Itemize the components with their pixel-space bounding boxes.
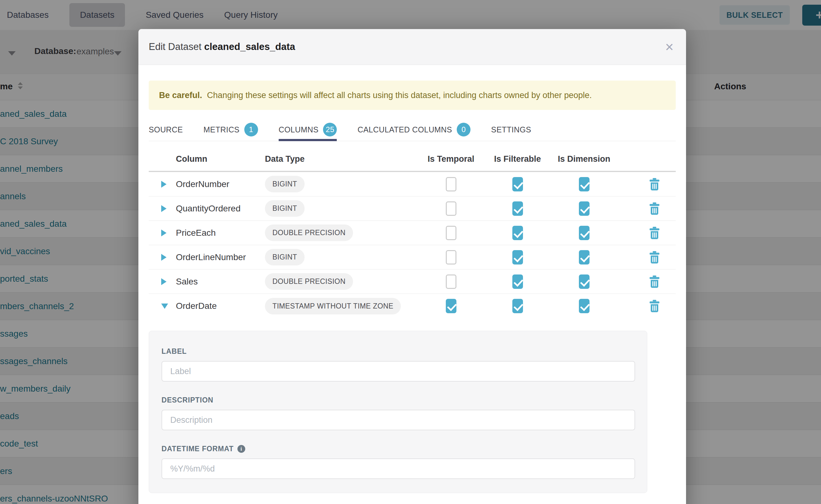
- data-type-pill: TIMESTAMP WITHOUT TIME ZONE: [265, 298, 401, 314]
- is-temporal-checkbox[interactable]: [446, 250, 457, 264]
- trash-icon: [649, 251, 660, 264]
- column-row: Sales DOUBLE PRECISION: [149, 269, 676, 294]
- warning-bold-text: Be careful.: [159, 91, 202, 100]
- is-temporal-checkbox[interactable]: [446, 299, 457, 313]
- delete-column-button[interactable]: [644, 227, 665, 239]
- tab-columns[interactable]: COLUMNS 25: [279, 120, 337, 141]
- is-dimension-checkbox[interactable]: [579, 201, 590, 216]
- tab-label: METRICS: [203, 125, 239, 134]
- column-name: PriceEach: [176, 228, 265, 238]
- column-name: OrderLineNumber: [176, 252, 265, 262]
- column-name: OrderDate: [176, 301, 265, 311]
- description-input[interactable]: [161, 410, 635, 430]
- tab-count-badge: 25: [323, 123, 337, 136]
- field-label-text: LABEL: [161, 347, 187, 356]
- column-name: QuantityOrdered: [176, 204, 265, 214]
- expand-caret-icon[interactable]: [161, 181, 166, 188]
- label-input[interactable]: [161, 361, 635, 382]
- trash-icon: [649, 178, 660, 190]
- is-filterable-checkbox[interactable]: [512, 201, 523, 216]
- tab-count-badge: 1: [244, 123, 258, 136]
- tab-calculated-columns[interactable]: CALCULATED COLUMNS 0: [357, 120, 471, 141]
- is-temporal-header: Is Temporal: [418, 154, 484, 164]
- is-filterable-checkbox[interactable]: [512, 274, 523, 289]
- is-temporal-checkbox[interactable]: [446, 201, 457, 216]
- columns-table-header: Column Data Type Is Temporal Is Filterab…: [149, 141, 676, 172]
- tab-metrics[interactable]: METRICS 1: [203, 120, 258, 141]
- is-dimension-checkbox[interactable]: [579, 250, 590, 264]
- modal-body: Be careful. Changing these settings will…: [138, 81, 686, 493]
- data-type-header: Data Type: [265, 154, 418, 164]
- trash-icon: [649, 300, 660, 312]
- is-temporal-checkbox[interactable]: [446, 226, 457, 240]
- tab-label: CALCULATED COLUMNS: [357, 125, 452, 134]
- description-field-label: DESCRIPTION: [161, 396, 635, 404]
- column-row: OrderDate TIMESTAMP WITHOUT TIME ZONE: [149, 294, 676, 318]
- is-filterable-checkbox[interactable]: [512, 226, 523, 240]
- warning-banner: Be careful. Changing these settings will…: [149, 81, 676, 110]
- delete-column-button[interactable]: [644, 202, 665, 215]
- is-dimension-checkbox[interactable]: [579, 299, 590, 313]
- modal-header: Edit Dataset cleaned_sales_data ×: [138, 29, 686, 65]
- trash-icon: [649, 202, 660, 215]
- tab-count-badge: 0: [457, 123, 471, 136]
- is-filterable-checkbox[interactable]: [512, 250, 523, 264]
- is-temporal-checkbox[interactable]: [446, 177, 457, 191]
- datetime-format-input[interactable]: [161, 458, 635, 479]
- column-name: OrderNumber: [176, 179, 265, 189]
- edit-dataset-modal: Edit Dataset cleaned_sales_data × Be car…: [138, 29, 686, 504]
- delete-column-button[interactable]: [644, 251, 665, 264]
- expand-caret-icon[interactable]: [161, 230, 166, 236]
- is-dimension-checkbox[interactable]: [579, 274, 590, 289]
- data-type-pill: DOUBLE PRECISION: [265, 273, 353, 290]
- expanded-column-editor: LABEL DESCRIPTION DATETIME FORMAT i: [149, 331, 647, 493]
- modal-title-prefix: Edit Dataset: [149, 41, 201, 52]
- data-type-pill: DOUBLE PRECISION: [265, 225, 353, 241]
- is-filterable-header: Is Filterable: [484, 154, 551, 164]
- modal-title: Edit Dataset cleaned_sales_data: [149, 41, 295, 52]
- tab-label: SOURCE: [149, 125, 183, 134]
- warning-text: Changing these settings will affect all …: [207, 91, 592, 100]
- tab-source[interactable]: SOURCE: [149, 120, 183, 141]
- data-type-pill: BIGINT: [265, 176, 304, 192]
- expand-caret-icon[interactable]: [161, 254, 166, 261]
- delete-column-button[interactable]: [644, 178, 665, 190]
- modal-tabs: SOURCE METRICS 1 COLUMNS 25 CALCULATED C…: [149, 120, 676, 141]
- tab-label: COLUMNS: [279, 125, 319, 134]
- modal-title-dataset-name: cleaned_sales_data: [204, 41, 295, 52]
- field-label-text: DATETIME FORMAT: [161, 445, 234, 453]
- delete-column-button[interactable]: [644, 300, 665, 312]
- tab-label: SETTINGS: [491, 125, 531, 134]
- delete-column-button[interactable]: [644, 275, 665, 288]
- trash-icon: [649, 275, 660, 288]
- data-type-pill: BIGINT: [265, 249, 304, 265]
- is-dimension-checkbox[interactable]: [579, 226, 590, 240]
- is-dimension-header: Is Dimension: [551, 154, 617, 164]
- field-label-text: DESCRIPTION: [161, 396, 213, 404]
- column-row: QuantityOrdered BIGINT: [149, 196, 676, 221]
- info-icon[interactable]: i: [237, 445, 245, 453]
- is-filterable-checkbox[interactable]: [512, 299, 523, 313]
- trash-icon: [649, 227, 660, 239]
- is-temporal-checkbox[interactable]: [446, 274, 457, 289]
- is-filterable-checkbox[interactable]: [512, 177, 523, 191]
- expand-caret-icon[interactable]: [161, 205, 166, 212]
- is-dimension-checkbox[interactable]: [579, 177, 590, 191]
- column-name: Sales: [176, 277, 265, 287]
- expand-caret-icon[interactable]: [161, 304, 168, 309]
- datetime-format-field-label: DATETIME FORMAT i: [161, 445, 635, 453]
- label-field-label: LABEL: [161, 347, 635, 356]
- expand-caret-icon[interactable]: [161, 278, 166, 285]
- column-row: OrderNumber BIGINT: [149, 172, 676, 196]
- column-row: OrderLineNumber BIGINT: [149, 245, 676, 269]
- column-row: PriceEach DOUBLE PRECISION: [149, 221, 676, 245]
- tab-settings[interactable]: SETTINGS: [491, 120, 531, 141]
- column-header: Column: [176, 154, 265, 164]
- data-type-pill: BIGINT: [265, 200, 304, 217]
- close-icon[interactable]: ×: [665, 40, 674, 54]
